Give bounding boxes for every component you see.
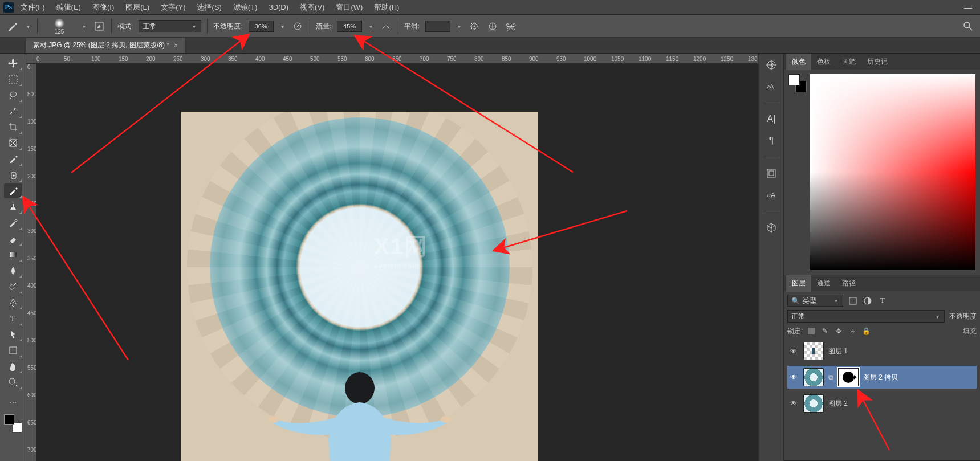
smooth-dropdown-icon[interactable]: ▾ — [456, 23, 462, 30]
menu-help[interactable]: 帮助(H) — [369, 0, 404, 15]
menu-3d[interactable]: 3D(D) — [264, 1, 293, 14]
tab-color[interactable]: 颜色 — [786, 54, 811, 70]
layer-thumbnail[interactable] — [803, 342, 824, 360]
layer-blend-mode-select[interactable]: 正常 ▾ — [787, 310, 945, 323]
mask-link-icon[interactable]: ⧉ — [828, 373, 833, 381]
visibility-toggle-icon[interactable]: 👁 — [788, 347, 799, 355]
layer-row[interactable]: 👁 图层 2 — [787, 392, 977, 415]
crop-tool[interactable] — [4, 120, 22, 134]
eraser-tool[interactable] — [4, 231, 22, 246]
type-tool[interactable]: T — [4, 311, 22, 326]
color-picker-field[interactable] — [810, 74, 975, 270]
butterfly-icon[interactable] — [505, 20, 517, 32]
edit-toolbar[interactable]: ⋯ — [4, 395, 22, 410]
layer-mask-thumbnail[interactable] — [838, 368, 859, 386]
histogram-icon[interactable] — [765, 80, 778, 93]
color-fgbg-swatches[interactable] — [788, 74, 807, 92]
menu-edit[interactable]: 编辑(E) — [52, 0, 86, 15]
flow-input[interactable] — [337, 21, 362, 32]
ruler-horizontal[interactable]: 0501001502002503003504004505005506006507… — [36, 54, 758, 64]
tab-history[interactable]: 历史记 — [861, 54, 893, 70]
character-panel-icon[interactable]: A| — [765, 112, 778, 126]
menu-view[interactable]: 视图(V) — [295, 0, 329, 15]
menu-type[interactable]: 文字(Y) — [156, 0, 190, 15]
eyedropper-tool[interactable] — [4, 152, 22, 166]
layer-thumbnail[interactable] — [803, 368, 824, 386]
layer-name[interactable]: 图层 1 — [828, 346, 848, 356]
move-tool[interactable] — [4, 56, 22, 71]
brush-dropdown-icon[interactable]: ▾ — [81, 23, 87, 30]
visibility-toggle-icon[interactable]: 👁 — [788, 399, 799, 407]
pen-tool[interactable] — [4, 295, 22, 310]
glyphs-icon[interactable] — [765, 166, 778, 180]
clone-stamp-tool[interactable] — [4, 199, 22, 214]
smooth-input[interactable] — [425, 21, 450, 32]
search-icon[interactable] — [962, 20, 974, 32]
layer-filter[interactable]: 🔍 ▾ — [787, 295, 843, 307]
minimize-button[interactable]: — — [959, 3, 977, 12]
lock-brush-icon[interactable]: ✎ — [820, 326, 830, 336]
styles-icon[interactable]: aA — [765, 188, 778, 202]
blur-tool[interactable] — [4, 263, 22, 278]
paragraph-panel-icon[interactable]: ¶ — [765, 134, 778, 148]
tab-paths[interactable]: 路径 — [836, 275, 861, 292]
flow-dropdown-icon[interactable]: ▾ — [368, 23, 374, 30]
canvas-stage[interactable]: X1网system.com — [36, 64, 758, 461]
menu-file[interactable]: 文件(F) — [16, 0, 50, 15]
pressure-opacity-icon[interactable] — [291, 20, 304, 32]
layer-name[interactable]: 图层 2 拷贝 — [863, 373, 898, 382]
magic-wand-tool[interactable] — [4, 104, 22, 119]
lock-artboard-icon[interactable]: ⟐ — [847, 326, 857, 336]
layer-filter-input[interactable] — [802, 296, 831, 305]
brush-preset-picker[interactable]: 125 — [43, 17, 75, 35]
brush-panel-toggle-icon[interactable] — [93, 20, 105, 32]
path-select-tool[interactable] — [4, 327, 22, 342]
layer-thumbnail[interactable] — [803, 394, 824, 413]
tool-dropdown-icon[interactable]: ▾ — [25, 23, 31, 30]
opacity-input[interactable] — [249, 21, 274, 32]
visibility-toggle-icon[interactable]: 👁 — [788, 373, 799, 381]
blend-mode-select[interactable]: 正常 ▾ — [139, 20, 201, 32]
current-tool-icon[interactable] — [6, 19, 19, 33]
menu-layer[interactable]: 图层(L) — [121, 0, 154, 15]
layer-row[interactable]: 👁 ⧉ 图层 2 拷贝 — [787, 366, 977, 389]
filter-type-icon[interactable]: T — [877, 296, 888, 306]
frame-tool[interactable] — [4, 136, 22, 150]
menu-select[interactable]: 选择(S) — [192, 0, 226, 15]
filter-pixel-icon[interactable] — [848, 296, 858, 306]
airbrush-icon[interactable] — [380, 20, 392, 32]
hand-tool[interactable] — [4, 359, 22, 374]
ship-wheel-icon[interactable] — [765, 58, 778, 72]
history-brush-tool[interactable] — [4, 215, 22, 230]
layer-row[interactable]: 👁 图层 1 — [787, 340, 977, 362]
smooth-options-icon[interactable] — [468, 20, 481, 32]
healing-brush-tool[interactable] — [4, 168, 22, 182]
tab-swatches[interactable]: 色板 — [811, 54, 836, 70]
marquee-tool[interactable] — [4, 72, 22, 87]
lock-position-icon[interactable]: ✥ — [833, 326, 844, 336]
lock-pixels-icon[interactable] — [806, 326, 816, 336]
opacity-dropdown-icon[interactable]: ▾ — [279, 23, 286, 30]
menu-window[interactable]: 窗口(W) — [331, 0, 367, 15]
close-tab-icon[interactable]: × — [174, 42, 178, 50]
fg-swatch[interactable] — [788, 74, 800, 85]
zoom-tool[interactable] — [4, 375, 22, 390]
layer-name[interactable]: 图层 2 — [828, 399, 848, 409]
3d-icon[interactable] — [765, 221, 778, 234]
foreground-background-colors[interactable] — [4, 414, 22, 433]
dodge-tool[interactable] — [4, 279, 22, 294]
menu-image[interactable]: 图像(I) — [88, 0, 119, 15]
gradient-tool[interactable] — [4, 247, 22, 262]
lasso-tool[interactable] — [4, 88, 22, 103]
ruler-vertical[interactable]: 0501001502002503003504004505005506006507… — [26, 64, 36, 461]
menu-filter[interactable]: 滤镜(T) — [229, 0, 262, 15]
lock-all-icon[interactable]: 🔒 — [861, 326, 871, 336]
symmetry-icon[interactable] — [486, 20, 499, 32]
tab-brushes[interactable]: 画笔 — [836, 54, 861, 70]
tab-channels[interactable]: 通道 — [811, 275, 836, 292]
document-tab[interactable]: 素材.JPG @ 25% (图层 2 拷贝, 图层蒙版/8) * × — [26, 38, 185, 53]
brush-tool[interactable] — [4, 183, 22, 198]
shape-tool[interactable] — [4, 343, 22, 358]
foreground-color-swatch[interactable] — [4, 414, 14, 425]
filter-adjust-icon[interactable] — [863, 296, 873, 306]
